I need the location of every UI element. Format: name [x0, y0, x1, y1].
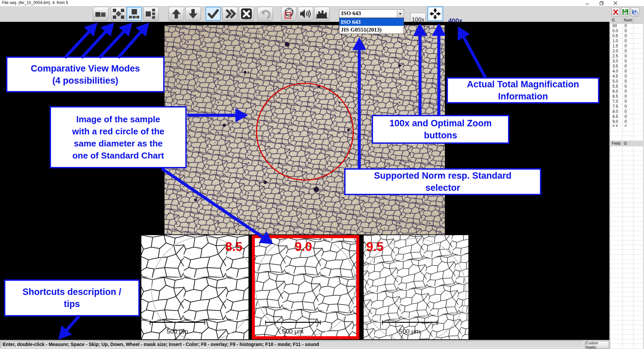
table-row[interactable]: 3.0 0 — [610, 59, 643, 64]
norm-selector[interactable]: ISO 643 — [339, 9, 404, 18]
num-value: 0 — [623, 24, 634, 28]
clear-red-x-icon — [612, 9, 619, 15]
minimize-icon — [585, 1, 589, 5]
num-value: 0 — [623, 109, 634, 114]
column-header-num: Num — [623, 17, 634, 23]
view-mode-one-beside-three-icon — [145, 8, 157, 19]
maximize-button[interactable] — [597, 1, 606, 5]
table-row[interactable]: 8.5 0 — [610, 114, 643, 119]
annotation-zoom-buttons: 100x and Optimal Zoom buttons — [372, 115, 509, 144]
num-value: 0 — [623, 99, 634, 104]
g-value: 4.5 — [610, 74, 623, 79]
g-value: 5.0 — [610, 79, 623, 84]
table-row[interactable]: 4.0 0 — [610, 69, 643, 74]
table-row[interactable]: 6.5 0 — [610, 94, 643, 99]
chevron-down-icon[interactable] — [397, 10, 403, 17]
num-value: 0 — [623, 69, 634, 74]
g-value: 4.0 — [610, 69, 623, 74]
view-mode-one-over-three-icon — [128, 8, 140, 19]
table-row[interactable]: 1.5 0 — [610, 44, 643, 49]
g-value: 0.0 — [610, 29, 623, 33]
overlay-button[interactable] — [281, 7, 296, 21]
clear-results-button[interactable] — [611, 7, 620, 16]
num-value: 0 — [623, 59, 634, 63]
optimal-zoom-arrows-icon — [429, 8, 441, 20]
num-value: 0 — [623, 84, 634, 89]
down-arrow-icon — [187, 8, 199, 19]
grain-size-table: G Num 00 0 0.0 0 0.5 0 — [610, 17, 643, 134]
num-value: 0 — [623, 49, 634, 53]
custom-masks-label: Custom masks — [586, 341, 609, 349]
norm-selector-dropdown: ISO 643 JIS G0551(2013) — [339, 18, 404, 34]
undo-button[interactable] — [257, 7, 273, 21]
custom-masks-button[interactable]: Custom masks — [586, 341, 609, 349]
table-row[interactable]: 2.0 0 — [610, 49, 643, 54]
grain-table-body: 00 0 0.0 0 0.5 0 1.0 0 1.5 0 — [610, 24, 643, 134]
export-floppy-icon — [632, 9, 638, 15]
field-table-body — [610, 146, 643, 349]
g-value: 6.5 — [610, 94, 623, 99]
table-row[interactable]: 0.5 0 — [610, 34, 643, 39]
table-row[interactable]: 6.0 0 — [610, 89, 643, 94]
window-title: File seq. (fer_10_0004.lim): 4. from 5 — [2, 0, 68, 5]
table-row[interactable]: 2.5 0 — [610, 54, 643, 59]
table-row[interactable]: 3.5 0 — [610, 64, 643, 69]
num-value: 0 — [623, 114, 634, 119]
minimize-button[interactable] — [583, 1, 592, 5]
previous-image-button[interactable] — [169, 7, 184, 21]
g-value: 1.5 — [610, 44, 623, 48]
sound-button[interactable] — [298, 7, 313, 21]
num-value: 0 — [623, 119, 634, 124]
norm-option-iso643[interactable]: ISO 643 — [339, 18, 404, 26]
g-value: 9.0 — [610, 119, 623, 124]
norm-option-jis[interactable]: JIS G0551(2013) — [339, 26, 404, 34]
view-mode-tiles-button[interactable] — [93, 7, 108, 21]
column-header-field: Field — [610, 141, 623, 146]
num-value: 0 — [623, 94, 634, 99]
annotation-view-modes: Comparative View Modes (4 possibilities) — [6, 56, 165, 92]
num-value: 0 — [623, 44, 634, 48]
table-row[interactable]: 1.0 0 — [610, 39, 643, 44]
g-value: 7.5 — [610, 104, 623, 109]
title-bar: File seq. (fer_10_0004.lim): 4. from 5 — [0, 0, 644, 6]
num-value: 0 — [623, 64, 634, 69]
table-row[interactable]: 4.5 0 — [610, 74, 643, 79]
g-value: 3.5 — [610, 64, 623, 69]
field-table-header: Field G — [610, 141, 643, 147]
g-value: 8.5 — [610, 114, 623, 119]
accept-measure-button[interactable] — [205, 7, 221, 21]
column-header-g: G — [610, 17, 623, 23]
undo-icon — [259, 8, 271, 19]
num-value: 0 — [623, 74, 634, 79]
table-row[interactable]: 5.5 0 — [610, 84, 643, 89]
table-row[interactable]: 0.0 0 — [610, 29, 643, 34]
g-value: 00 — [610, 24, 623, 28]
table-row[interactable]: 7.0 0 — [610, 99, 643, 104]
skip-button[interactable] — [222, 7, 238, 21]
g-value: 6.0 — [610, 89, 623, 94]
reject-button[interactable] — [239, 7, 254, 21]
save-results-button[interactable] — [621, 7, 630, 16]
grain-table-header: G Num — [610, 17, 643, 24]
num-value: 0 — [623, 34, 634, 38]
table-row[interactable]: 00 0 — [610, 24, 643, 29]
optimal-zoom-button[interactable] — [427, 6, 443, 21]
speaker-icon — [299, 8, 312, 19]
table-row[interactable]: 8.0 0 — [610, 109, 643, 114]
view-mode-one-over-three-button[interactable] — [127, 7, 142, 21]
norm-selector-value: ISO 643 — [341, 10, 361, 17]
g-value: 7.0 — [610, 99, 623, 104]
g-value: 1.0 — [610, 39, 623, 43]
double-chevron-icon — [224, 8, 236, 19]
export-results-button[interactable] — [631, 7, 639, 16]
table-row[interactable]: 7.5 0 — [610, 104, 643, 109]
next-image-button[interactable] — [185, 7, 201, 21]
overlay-sphere-icon — [282, 7, 295, 20]
table-row[interactable]: 9.0 0 — [610, 119, 643, 124]
close-button[interactable] — [611, 1, 620, 5]
view-mode-one-beside-three-button[interactable] — [143, 7, 159, 21]
view-mode-corners-button[interactable] — [111, 7, 126, 21]
maximize-icon — [599, 1, 604, 5]
histogram-button[interactable] — [314, 7, 330, 21]
table-row[interactable]: 5.0 0 — [610, 79, 643, 84]
